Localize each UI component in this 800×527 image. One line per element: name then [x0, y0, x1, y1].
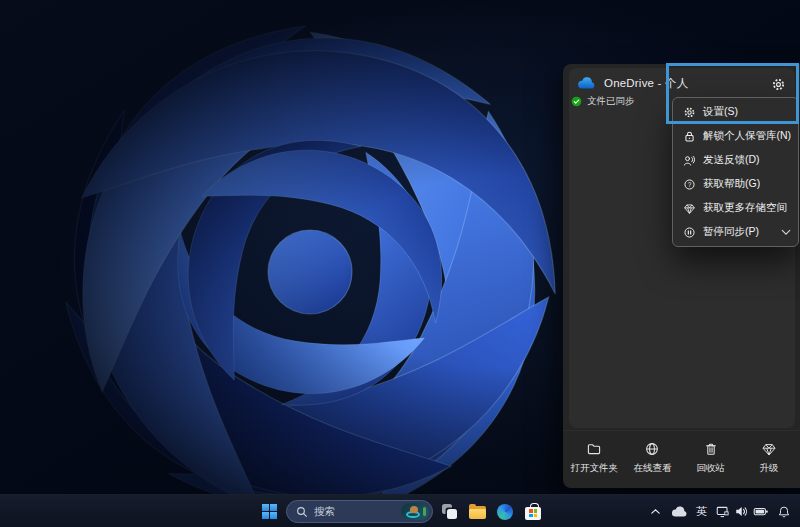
edge-button[interactable] [491, 495, 519, 527]
menu-item-settings[interactable]: 设置(S) [673, 100, 798, 124]
globe-icon [644, 441, 660, 457]
taskbar-app-icons [435, 495, 547, 527]
tray-chevron-up-button[interactable] [649, 505, 662, 518]
taskbar-center-group: 搜索 [256, 495, 547, 527]
gem-icon [761, 441, 777, 457]
bell-icon [777, 505, 791, 519]
upgrade-button[interactable]: 升级 [740, 437, 798, 479]
task-view-icon [442, 504, 457, 519]
menu-item-get-help[interactable]: ? 获取帮助(G) [673, 172, 798, 196]
menu-item-get-more-storage[interactable]: 获取更多存储空间 [673, 196, 798, 220]
task-view-button[interactable] [435, 495, 463, 527]
menu-item-pause-sync[interactable]: 暂停同步(P) [673, 220, 798, 244]
footer-button-label: 回收站 [696, 462, 725, 475]
open-folder-button[interactable]: 打开文件夹 [565, 437, 623, 479]
flyout-header: OneDrive - 个人 [577, 76, 688, 91]
sync-status-text: 文件已同步 [587, 95, 635, 108]
edge-icon [497, 504, 513, 520]
windows-logo-icon [262, 504, 277, 519]
chevron-up-icon [649, 505, 662, 518]
ime-language-indicator[interactable]: 英 [696, 504, 707, 519]
taskbar: 搜索 [0, 494, 800, 527]
menu-item-label: 暂停同步(P) [703, 225, 759, 239]
tray-network-button[interactable] [715, 504, 730, 519]
sync-status: 文件已同步 [571, 95, 635, 108]
onedrive-cloud-icon [671, 506, 688, 518]
menu-item-label: 解锁个人保管库(N) [703, 129, 791, 143]
search-placeholder: 搜索 [314, 505, 401, 519]
onedrive-settings-menu: 设置(S) 解锁个人保管库(N) 发送反馈(D) [672, 97, 799, 247]
search-icon [296, 506, 308, 518]
menu-item-label: 获取帮助(G) [703, 177, 760, 191]
folder-icon [586, 441, 602, 457]
gear-icon [771, 77, 786, 92]
system-tray: 英 [649, 495, 800, 527]
tray-onedrive-button[interactable] [671, 506, 688, 518]
view-online-button[interactable]: 在线查看 [623, 437, 681, 479]
flyout-settings-gear-button[interactable] [769, 75, 787, 93]
onedrive-cloud-icon [577, 77, 596, 90]
feedback-icon [683, 154, 696, 167]
gear-icon [683, 106, 696, 119]
search-box[interactable]: 搜索 [286, 500, 433, 523]
chevron-down-icon [781, 229, 791, 236]
flyout-footer: 打开文件夹 在线查看 回收站 [563, 430, 800, 488]
battery-icon [753, 504, 769, 520]
microsoft-store-icon [525, 507, 541, 520]
search-highlight-image[interactable] [401, 503, 429, 520]
screen: OneDrive - 个人 文件已同步 [0, 0, 800, 527]
menu-item-label: 获取更多存储空间 [703, 201, 787, 215]
menu-item-label: 发送反馈(D) [703, 153, 760, 167]
menu-item-label: 设置(S) [703, 105, 738, 119]
network-icon [715, 504, 730, 519]
help-circle-icon: ? [683, 178, 696, 191]
trash-icon [703, 441, 719, 457]
menu-item-send-feedback[interactable]: 发送反馈(D) [673, 148, 798, 172]
file-explorer-icon [469, 505, 486, 519]
gem-icon [683, 202, 696, 215]
recycle-bin-button[interactable]: 回收站 [682, 437, 740, 479]
start-button[interactable] [256, 495, 282, 527]
footer-button-label: 打开文件夹 [570, 462, 618, 475]
tray-volume-button[interactable] [734, 504, 749, 519]
svg-text:?: ? [688, 180, 692, 187]
footer-button-label: 升级 [759, 462, 778, 475]
flyout-title: OneDrive - 个人 [604, 76, 688, 91]
microsoft-store-button[interactable] [519, 495, 547, 527]
tray-battery-button[interactable] [753, 504, 769, 520]
footer-button-label: 在线查看 [633, 462, 671, 475]
lock-icon [683, 130, 696, 143]
file-explorer-button[interactable] [463, 495, 491, 527]
menu-item-unlock-vault[interactable]: 解锁个人保管库(N) [673, 124, 798, 148]
volume-icon [734, 504, 749, 519]
check-circle-icon [571, 96, 582, 107]
pause-circle-icon [683, 226, 696, 239]
tray-notifications-button[interactable] [777, 505, 791, 519]
